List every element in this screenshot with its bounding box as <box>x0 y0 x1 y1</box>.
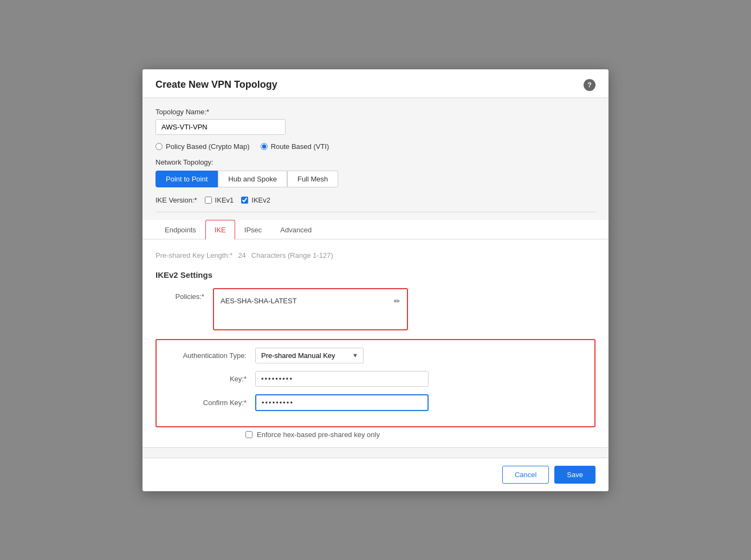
preshared-key-value: 24 <box>238 251 245 259</box>
dialog-footer: Cancel Save <box>143 458 608 491</box>
full-mesh-btn[interactable]: Full Mesh <box>287 171 338 187</box>
enforce-checkbox[interactable] <box>245 431 253 438</box>
ike-version-label: IKE Version:* <box>156 196 197 204</box>
network-topology-label: Network Topology: <box>156 158 595 166</box>
policies-extra-area <box>216 311 405 327</box>
enforce-label: Enforce hex-based pre-shared key only <box>257 431 380 439</box>
auth-type-row: Authentication Type: Pre-shared Manual K… <box>165 348 586 363</box>
cancel-button[interactable]: Cancel <box>502 466 549 484</box>
tab-content: Pre-shared Key Length:* 24 Characters (R… <box>143 239 608 448</box>
ikev1-option[interactable]: IKEv1 <box>205 196 234 204</box>
policies-label: Policies:* <box>156 288 204 301</box>
edit-icon[interactable]: ✏ <box>394 297 400 305</box>
create-vpn-topology-dialog: Create New VPN Topology ? Topology Name:… <box>143 69 608 491</box>
auth-section-wrapper: Authentication Type: Pre-shared Manual K… <box>156 339 595 427</box>
ikev1-checkbox[interactable] <box>205 197 212 204</box>
network-topology-group: Network Topology: Point to Point Hub and… <box>156 158 595 187</box>
hub-and-spoke-btn[interactable]: Hub and Spoke <box>218 171 287 187</box>
ikev2-checkbox[interactable] <box>241 197 248 204</box>
policy-based-label: Policy Based (Crypto Map) <box>166 142 250 151</box>
policies-field-wrapper: AES-SHA-SHA-LATEST ✏ <box>213 288 408 330</box>
policy-based-option[interactable]: Policy Based (Crypto Map) <box>156 142 250 151</box>
ikev2-option[interactable]: IKEv2 <box>241 196 270 204</box>
topology-buttons: Point to Point Hub and Spoke Full Mesh <box>156 171 595 187</box>
help-icon[interactable]: ? <box>584 79 595 91</box>
ikev2-settings-title: IKEv2 Settings <box>156 270 595 279</box>
save-button[interactable]: Save <box>554 466 595 484</box>
preshared-key-label: Pre-shared Key Length:* <box>156 251 232 259</box>
tab-endpoints[interactable]: Endpoints <box>156 220 205 239</box>
ike-version-row: IKE Version:* IKEv1 IKEv2 <box>156 196 595 212</box>
tab-ipsec[interactable]: IPsec <box>235 220 271 239</box>
route-based-radio[interactable] <box>261 143 268 150</box>
key-input[interactable] <box>255 371 429 387</box>
point-to-point-btn[interactable]: Point to Point <box>156 171 218 187</box>
vpn-type-group: Policy Based (Crypto Map) Route Based (V… <box>156 142 595 151</box>
tab-advanced[interactable]: Advanced <box>271 220 321 239</box>
ikev2-label: IKEv2 <box>251 196 270 204</box>
key-row: Key:* <box>165 371 586 387</box>
preshared-key-row: Pre-shared Key Length:* 24 Characters (R… <box>156 248 595 259</box>
ikev1-label: IKEv1 <box>215 196 234 204</box>
tab-ike[interactable]: IKE <box>205 220 235 239</box>
policies-input-inner: AES-SHA-SHA-LATEST ✏ <box>216 291 405 311</box>
route-based-label: Route Based (VTI) <box>271 142 329 151</box>
dialog-header: Create New VPN Topology ? <box>143 69 608 98</box>
confirm-key-row: Confirm Key:* <box>165 394 586 411</box>
topology-name-label: Topology Name:* <box>156 108 595 116</box>
dialog-title: Create New VPN Topology <box>156 79 277 90</box>
policy-based-radio[interactable] <box>156 143 163 150</box>
auth-type-select[interactable]: Pre-shared Manual Key Certificate <box>255 348 364 363</box>
auth-type-label: Authentication Type: <box>165 351 247 360</box>
confirm-key-label: Confirm Key:* <box>165 399 247 407</box>
topology-name-input[interactable] <box>156 119 286 135</box>
route-based-option[interactable]: Route Based (VTI) <box>261 142 329 151</box>
policies-row: Policies:* AES-SHA-SHA-LATEST ✏ <box>156 288 595 330</box>
preshared-key-hint: Characters (Range 1-127) <box>251 251 333 259</box>
confirm-key-input[interactable] <box>255 394 429 411</box>
enforce-row: Enforce hex-based pre-shared key only <box>245 431 595 439</box>
topology-name-group: Topology Name:* <box>156 108 595 135</box>
tabs-row: Endpoints IKE IPsec Advanced <box>143 220 608 239</box>
policies-value: AES-SHA-SHA-LATEST <box>221 297 297 305</box>
dialog-body: Topology Name:* Policy Based (Crypto Map… <box>143 98 608 458</box>
auth-select-wrapper: Pre-shared Manual Key Certificate ▼ <box>255 348 364 363</box>
key-label: Key:* <box>165 375 247 383</box>
